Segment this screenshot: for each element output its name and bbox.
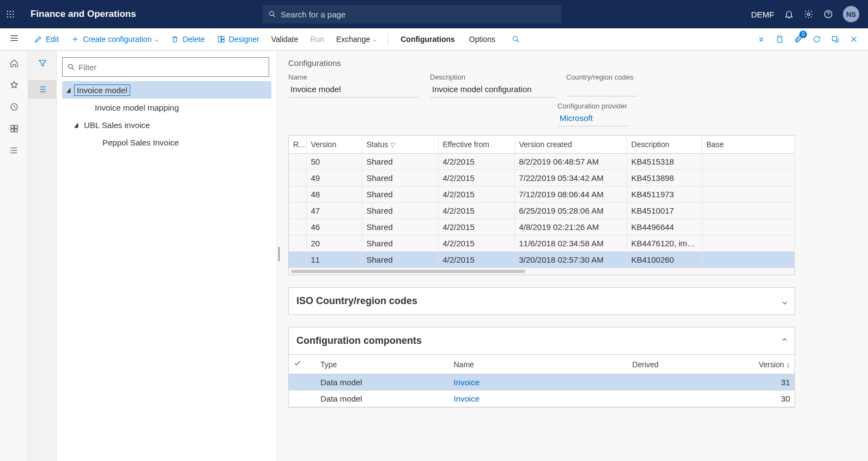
grid-row[interactable]: 47Shared4/2/20156/25/2019 05:28:06 AMKB4… [289, 203, 794, 219]
grid-cell[interactable] [702, 219, 794, 235]
refresh-icon[interactable] [812, 35, 821, 44]
grid-row[interactable]: 46Shared4/2/20154/8/2019 02:21:26 AMKB44… [289, 219, 794, 235]
tree-item[interactable]: ◢Invoice model [62, 81, 271, 99]
search-input[interactable] [281, 10, 556, 19]
component-row[interactable]: Data modelInvoice31 [289, 374, 794, 391]
notification-icon[interactable] [784, 9, 794, 19]
horizontal-scrollbar[interactable] [289, 268, 794, 275]
col-r[interactable]: R... [289, 136, 306, 154]
tree-item[interactable]: Invoice model mapping [62, 99, 271, 116]
grid-row[interactable]: 49Shared4/2/20157/22/2019 05:34:42 AMKB4… [289, 170, 794, 186]
grid-cell[interactable] [702, 170, 794, 186]
grid-cell[interactable]: 4/2/2015 [438, 219, 514, 235]
grid-cell[interactable]: 3/20/2018 02:57:30 AM [514, 252, 627, 268]
cell-version[interactable]: 30 [749, 391, 794, 407]
favorites-icon[interactable] [9, 80, 19, 90]
grid-cell[interactable]: KB4476120, impo... [627, 235, 702, 252]
close-icon[interactable] [849, 35, 858, 44]
gear-icon[interactable] [804, 9, 814, 19]
provider-value[interactable]: Microsoft [557, 112, 628, 126]
app-launcher-icon[interactable] [5, 9, 23, 19]
grid-cell[interactable]: 46 [306, 219, 362, 235]
col-derived[interactable]: Derived [628, 355, 749, 374]
cell-derived[interactable] [628, 391, 749, 407]
splitter-handle[interactable] [277, 247, 280, 261]
grid-cell[interactable]: KB4511973 [627, 186, 702, 203]
cell[interactable] [289, 374, 316, 391]
component-link[interactable]: Invoice [454, 394, 480, 403]
grid-cell[interactable]: 49 [306, 170, 362, 186]
grid-cell[interactable] [289, 235, 306, 252]
grid-cell[interactable]: Shared [362, 235, 438, 252]
cell-type[interactable]: Data model [316, 374, 450, 391]
grid-cell[interactable]: 4/2/2015 [438, 235, 514, 252]
company-selector[interactable]: DEMF [751, 10, 775, 19]
grid-cell[interactable]: KB4496644 [627, 219, 702, 235]
iso-section-header[interactable]: ISO Country/region codes ⌵ [289, 288, 794, 314]
funnel-icon[interactable]: ▽ [390, 141, 395, 149]
user-avatar[interactable]: NS [843, 6, 859, 22]
grid-cell[interactable] [702, 203, 794, 219]
modules-icon[interactable] [9, 145, 19, 155]
grid-cell[interactable] [289, 252, 306, 268]
col-version[interactable]: Version [306, 136, 362, 154]
filter-icon[interactable] [38, 58, 47, 68]
cell-version[interactable]: 31 [749, 374, 794, 391]
grid-cell[interactable]: 4/2/2015 [438, 252, 514, 268]
col-effective[interactable]: Effective from [438, 136, 514, 154]
attachments-icon[interactable]: 0 [794, 35, 803, 44]
grid-cell[interactable]: Shared [362, 154, 438, 170]
grid-cell[interactable]: Shared [362, 170, 438, 186]
tree-filter-input[interactable] [78, 63, 264, 72]
tree-item[interactable]: ◢UBL Sales invoice [62, 116, 271, 134]
grid-cell[interactable] [289, 170, 306, 186]
page-options-icon[interactable] [775, 35, 784, 44]
home-icon[interactable] [9, 58, 19, 68]
cell[interactable] [289, 391, 316, 407]
col-description[interactable]: Description [627, 136, 702, 154]
country-value[interactable] [566, 83, 637, 96]
grid-row[interactable]: 20Shared4/2/201511/6/2018 02:34:58 AMKB4… [289, 235, 794, 252]
grid-cell[interactable]: 7/12/2019 08:06:44 AM [514, 186, 627, 203]
hamburger-icon[interactable] [0, 33, 28, 46]
component-row[interactable]: Data modelInvoice30 [289, 391, 794, 407]
grid-cell[interactable]: KB4510017 [627, 203, 702, 219]
tab-options[interactable]: Options [463, 32, 502, 47]
grid-row[interactable]: 48Shared4/2/20157/12/2019 08:06:44 AMKB4… [289, 186, 794, 203]
personalize-icon[interactable] [757, 35, 766, 44]
list-view-icon[interactable] [28, 80, 56, 99]
grid-cell[interactable]: 4/8/2019 02:21:26 AM [514, 219, 627, 235]
grid-cell[interactable]: 11/6/2018 02:34:58 AM [514, 235, 627, 252]
grid-cell[interactable] [702, 186, 794, 203]
grid-cell[interactable] [702, 235, 794, 252]
col-status[interactable]: Status▽ [362, 136, 438, 154]
grid-cell[interactable]: Shared [362, 186, 438, 203]
grid-cell[interactable] [289, 219, 306, 235]
find-button[interactable] [506, 32, 526, 47]
designer-button[interactable]: Designer [211, 32, 265, 47]
grid-cell[interactable]: Shared [362, 219, 438, 235]
grid-cell[interactable]: KB4100260 [627, 252, 702, 268]
grid-cell[interactable]: 50 [306, 154, 362, 170]
help-icon[interactable] [823, 9, 833, 19]
cell-name[interactable]: Invoice [450, 391, 628, 407]
cell-derived[interactable] [628, 374, 749, 391]
popout-icon[interactable] [831, 35, 840, 44]
exchange-button[interactable]: Exchange ⌵ [331, 32, 383, 47]
col-type[interactable]: Type [316, 355, 450, 374]
grid-row[interactable]: 50Shared4/2/20158/2/2019 06:48:57 AMKB45… [289, 154, 794, 170]
grid-cell[interactable]: 4/2/2015 [438, 186, 514, 203]
tree-filter[interactable] [62, 57, 269, 77]
grid-cell[interactable]: 48 [306, 186, 362, 203]
grid-cell[interactable] [289, 154, 306, 170]
col-created[interactable]: Version created [514, 136, 627, 154]
grid-cell[interactable] [289, 186, 306, 203]
tree-item[interactable]: Peppol Sales Invoice [62, 134, 271, 151]
expand-toggle-icon[interactable]: ◢ [64, 86, 73, 94]
component-link[interactable]: Invoice [454, 378, 480, 387]
delete-button[interactable]: Delete [165, 32, 210, 47]
grid-cell[interactable]: Shared [362, 203, 438, 219]
components-section-header[interactable]: Configuration components ⌵ [289, 327, 794, 354]
grid-cell[interactable]: 8/2/2019 06:48:57 AM [514, 154, 627, 170]
grid-cell[interactable] [702, 154, 794, 170]
